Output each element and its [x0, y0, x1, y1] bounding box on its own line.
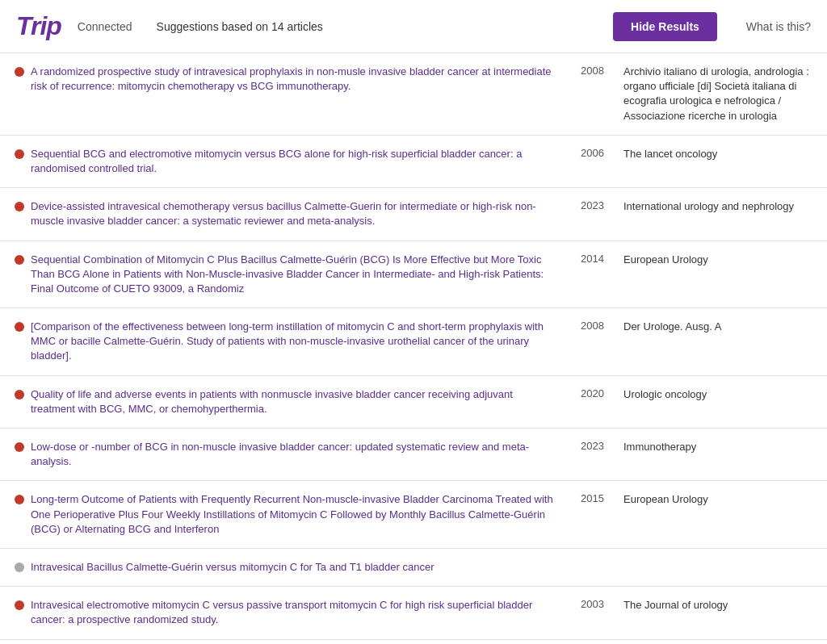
table-row: Intravesical Bacillus Calmette-Guérin ve…: [0, 548, 827, 586]
result-title-link[interactable]: Sequential Combination of Mitomycin C Pl…: [31, 253, 544, 295]
result-title-cell[interactable]: Results of a Randomised Controlled Trial…: [31, 639, 568, 644]
result-year-cell: 2008: [568, 308, 617, 376]
result-title-link[interactable]: Low-dose or -number of BCG in non-muscle…: [31, 441, 529, 467]
result-indicator-cell: [0, 639, 31, 644]
result-indicator-cell: [0, 135, 31, 187]
result-year-cell: 2003: [568, 587, 617, 639]
table-row: A randomized prospective study of intrav…: [0, 53, 827, 135]
result-year-cell: 2016: [568, 639, 617, 644]
result-title-cell[interactable]: Low-dose or -number of BCG in non-muscle…: [31, 429, 568, 481]
result-journal-cell: Der Urologe. Ausg. A: [617, 308, 827, 376]
table-row: Sequential BCG and electromotive mitomyc…: [0, 135, 827, 187]
app-header: Trip Connected Suggestions based on 14 a…: [0, 0, 827, 53]
result-journal-cell: Immunotherapy: [617, 429, 827, 481]
table-row: Long-term Outcome of Patients with Frequ…: [0, 481, 827, 549]
result-dot-red: [15, 67, 24, 77]
result-dot-red: [15, 202, 24, 211]
result-title-cell[interactable]: Intravesical Bacillus Calmette-Guérin ve…: [31, 548, 568, 586]
app-logo: Trip: [16, 11, 61, 41]
result-dot-red: [15, 390, 24, 399]
result-dot-red: [15, 149, 24, 159]
result-indicator-cell: [0, 375, 31, 428]
result-journal-cell: EvidenceUpdates: [617, 639, 827, 644]
result-journal-cell: European Urology: [617, 481, 827, 549]
table-row: Quality of life and adverse events in pa…: [0, 375, 827, 428]
result-indicator-cell: [0, 308, 31, 376]
result-indicator-cell: [0, 548, 31, 586]
result-journal-cell: Archivio italiano di urologia, andrologi…: [617, 53, 827, 135]
result-dot-red: [15, 600, 24, 610]
table-row: Intravesical electromotive mitomycin C v…: [0, 587, 827, 639]
result-year-cell: 2008: [568, 53, 617, 135]
results-tbody: A randomized prospective study of intrav…: [0, 53, 827, 644]
results-table: A randomized prospective study of intrav…: [0, 53, 827, 644]
hide-results-button[interactable]: Hide Results: [613, 12, 717, 41]
result-year-cell: 2020: [568, 375, 617, 428]
table-row: Low-dose or -number of BCG in non-muscle…: [0, 429, 827, 481]
result-dot-red: [15, 255, 24, 265]
result-title-link[interactable]: Long-term Outcome of Patients with Frequ…: [31, 493, 553, 534]
result-indicator-cell: [0, 429, 31, 481]
table-row: Results of a Randomised Controlled Trial…: [0, 639, 827, 644]
table-row: Device-assisted intravesical chemotherap…: [0, 188, 827, 240]
result-journal-cell: Urologic oncology: [617, 375, 827, 428]
result-indicator-cell: [0, 240, 31, 308]
result-indicator-cell: [0, 481, 31, 549]
result-year-cell: 2014: [568, 240, 617, 308]
result-title-cell[interactable]: Sequential Combination of Mitomycin C Pl…: [31, 240, 568, 308]
result-title-link[interactable]: Intravesical electromotive mitomycin C v…: [31, 599, 532, 625]
connection-status: Connected: [78, 20, 132, 33]
result-title-link[interactable]: [Comparison of the effectiveness between…: [31, 320, 544, 362]
result-title-cell[interactable]: Long-term Outcome of Patients with Frequ…: [31, 481, 568, 549]
result-title-cell[interactable]: A randomized prospective study of intrav…: [31, 53, 568, 135]
result-journal-cell: International urology and nephrology: [617, 188, 827, 240]
table-row: [Comparison of the effectiveness between…: [0, 308, 827, 376]
result-title-link[interactable]: Sequential BCG and electromotive mitomyc…: [31, 148, 522, 174]
result-dot-red: [15, 442, 24, 452]
result-title-link[interactable]: Intravesical Bacillus Calmette-Guérin ve…: [31, 561, 434, 573]
result-title-link[interactable]: A randomized prospective study of intrav…: [31, 65, 552, 92]
result-title-cell[interactable]: Quality of life and adverse events in pa…: [31, 375, 568, 428]
result-year-cell: 2023: [568, 429, 617, 481]
result-title-link[interactable]: Quality of life and adverse events in pa…: [31, 388, 513, 415]
result-indicator-cell: [0, 188, 31, 240]
result-title-link[interactable]: Device-assisted intravesical chemotherap…: [31, 200, 536, 227]
result-dot-red: [15, 322, 24, 332]
suggestions-label: Suggestions based on 14 articles: [157, 20, 323, 33]
what-is-this-link[interactable]: What is this?: [746, 20, 811, 33]
table-row: Sequential Combination of Mitomycin C Pl…: [0, 240, 827, 308]
result-journal-cell: European Urology: [617, 240, 827, 308]
result-journal-cell: The lancet oncology: [617, 135, 827, 187]
result-title-cell[interactable]: Intravesical electromotive mitomycin C v…: [31, 587, 568, 639]
result-dot-red: [15, 495, 24, 504]
result-journal-cell: The Journal of urology: [617, 587, 827, 639]
result-year-cell: 2023: [568, 188, 617, 240]
result-indicator-cell: [0, 587, 31, 639]
result-year-cell: 2006: [568, 135, 617, 187]
result-title-cell[interactable]: Device-assisted intravesical chemotherap…: [31, 188, 568, 240]
result-year-cell: [568, 548, 617, 586]
result-indicator-cell: [0, 53, 31, 135]
result-journal-cell: [617, 548, 827, 586]
result-title-cell[interactable]: Sequential BCG and electromotive mitomyc…: [31, 135, 568, 187]
result-year-cell: 2015: [568, 481, 617, 549]
result-title-cell[interactable]: [Comparison of the effectiveness between…: [31, 308, 568, 376]
result-dot-gray: [15, 562, 24, 572]
